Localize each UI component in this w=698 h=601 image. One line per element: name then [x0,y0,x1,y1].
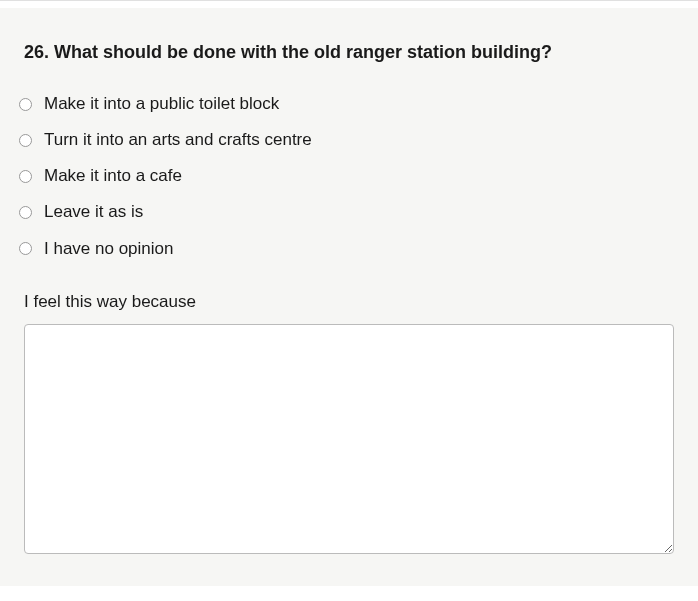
radio-option-5[interactable] [19,242,32,255]
followup-label: I feel this way because [24,292,674,312]
question-text: What should be done with the old ranger … [54,42,552,62]
radio-option-4[interactable] [19,206,32,219]
option-row[interactable]: Turn it into an arts and crafts centre [19,129,674,151]
option-label: Make it into a public toilet block [44,93,279,115]
option-row[interactable]: Make it into a public toilet block [19,93,674,115]
question-number: 26. [24,42,49,62]
option-label: Leave it as is [44,201,143,223]
radio-option-3[interactable] [19,170,32,183]
survey-question-block: 26. What should be done with the old ran… [0,8,698,586]
radio-options-group: Make it into a public toilet block Turn … [19,93,674,259]
option-row[interactable]: Leave it as is [19,201,674,223]
radio-option-2[interactable] [19,134,32,147]
option-label: I have no opinion [44,238,174,260]
option-label: Turn it into an arts and crafts centre [44,129,312,151]
radio-option-1[interactable] [19,98,32,111]
followup-textarea[interactable] [24,324,674,554]
option-row[interactable]: Make it into a cafe [19,165,674,187]
option-row[interactable]: I have no opinion [19,238,674,260]
divider [0,0,698,1]
question-title: 26. What should be done with the old ran… [24,40,674,65]
option-label: Make it into a cafe [44,165,182,187]
